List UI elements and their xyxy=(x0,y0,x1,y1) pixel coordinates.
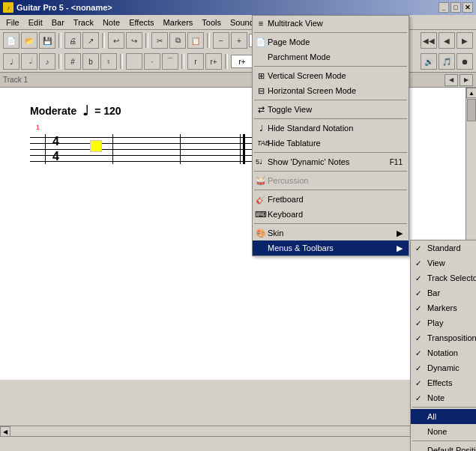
tb2-2[interactable]: 𝅗𝅥 xyxy=(21,53,37,70)
view-multitrack[interactable]: ≡ Multitrack View xyxy=(253,16,409,31)
view-fretboard[interactable]: 🎸 Fretboard xyxy=(253,192,409,207)
rtb2-3[interactable]: ⏺ xyxy=(457,53,473,70)
scroll-up-arrow[interactable]: ▲ xyxy=(466,88,476,98)
tb-play[interactable]: ✓ Play xyxy=(411,315,476,330)
menu-bar[interactable]: Bar xyxy=(47,15,69,29)
paste-btn[interactable]: 📋 xyxy=(187,32,204,49)
check-notation: ✓ xyxy=(415,349,421,357)
copy-btn[interactable]: ⧉ xyxy=(169,32,186,49)
view-menus-toolbars[interactable]: Menus & Toolbars ▶ xyxy=(253,240,409,255)
tb-track-selector[interactable]: ✓ Track Selector xyxy=(411,270,476,285)
time-signature: 4 4 xyxy=(52,134,59,164)
tb-right-3[interactable]: ▶ xyxy=(457,32,473,49)
track-tb-2[interactable]: ▶ xyxy=(460,74,473,86)
menu-markers[interactable]: Markers xyxy=(159,15,198,29)
close-button[interactable]: ✕ xyxy=(463,2,473,13)
status-bar xyxy=(0,436,476,451)
zoom-out-btn[interactable]: − xyxy=(213,32,229,49)
multitrack-icon: ≡ xyxy=(256,18,266,28)
tb2-5[interactable]: b xyxy=(82,53,99,70)
menu-sep-4 xyxy=(254,118,407,119)
view-parchment[interactable]: Parchment Mode xyxy=(253,49,409,64)
menu-sep-1 xyxy=(254,32,407,33)
check-play: ✓ xyxy=(415,319,421,327)
menu-sep-2 xyxy=(254,66,407,67)
track-tb-1[interactable]: ◀ xyxy=(445,74,458,86)
barline-2 xyxy=(180,134,181,164)
tb2-11[interactable]: r+ xyxy=(205,53,222,70)
tb-right-1[interactable]: ◀◀ xyxy=(421,32,437,49)
keyboard-icon: ⌨ xyxy=(256,209,266,220)
tb-notation[interactable]: ✓ Notation xyxy=(411,345,476,360)
rtb2-2[interactable]: 🎵 xyxy=(439,53,455,70)
check-track-selector: ✓ xyxy=(415,274,421,282)
view-dynamic-notes[interactable]: 5♩ Show 'Dynamic' Notes F11 xyxy=(253,154,409,169)
tb-bar[interactable]: ✓ Bar xyxy=(411,285,476,300)
view-hide-notation[interactable]: ♩ Hide Standard Notation xyxy=(253,121,409,136)
tb2-3[interactable]: ♪ xyxy=(39,53,55,70)
toolbars-arrow: ▶ xyxy=(397,243,403,253)
app-title: Guitar Pro 5 - <noname> xyxy=(16,3,112,12)
scroll-thumb[interactable] xyxy=(467,99,476,121)
sep4 xyxy=(207,33,210,48)
zoom-in-btn[interactable]: + xyxy=(231,32,247,49)
tb-dynamic[interactable]: ✓ Dynamic xyxy=(411,360,476,375)
redo-btn[interactable]: ↪ xyxy=(126,32,142,49)
view-hide-tab[interactable]: TAB Hide Tablature xyxy=(253,136,409,151)
rtb2-1[interactable]: 🔊 xyxy=(421,53,437,70)
tb-markers[interactable]: ✓ Markers xyxy=(411,300,476,315)
dynamic-icon: 5♩ xyxy=(256,158,262,166)
view-toggle[interactable]: ⇄ Toggle View xyxy=(253,102,409,117)
horizontal-icon: ⊟ xyxy=(256,85,266,96)
menu-sep-7 xyxy=(254,190,407,190)
print-btn[interactable]: 🖨 xyxy=(64,32,81,49)
check-effects: ✓ xyxy=(415,379,421,387)
tempo-input[interactable] xyxy=(231,55,253,68)
save-btn[interactable]: 💾 xyxy=(39,32,55,49)
tb-right-2[interactable]: ◀ xyxy=(439,32,455,49)
skin-icon: 🎨 xyxy=(256,228,266,238)
page-icon: 📄 xyxy=(256,37,266,47)
tb2-8[interactable]: · xyxy=(144,53,160,70)
tb-transposition[interactable]: ✓ Transposition xyxy=(411,330,476,345)
tb-none[interactable]: None xyxy=(411,424,476,439)
menu-note[interactable]: Note xyxy=(98,15,124,29)
tb2-10[interactable]: r xyxy=(187,53,204,70)
tb2-9[interactable]: ⌒ xyxy=(162,53,178,70)
menu-effects[interactable]: Effects xyxy=(124,15,158,29)
tb-standard[interactable]: ✓ Standard xyxy=(411,240,476,255)
view-keyboard[interactable]: ⌨ Keyboard xyxy=(253,207,409,222)
menu-edit[interactable]: Edit xyxy=(24,15,47,29)
minimize-button[interactable]: _ xyxy=(439,2,449,13)
tb-note[interactable]: ✓ Note xyxy=(411,390,476,405)
menu-file[interactable]: File xyxy=(1,15,24,29)
open-btn[interactable]: 📂 xyxy=(21,32,37,49)
tb-default-position[interactable]: Default Position xyxy=(411,443,476,451)
sep2 xyxy=(102,33,105,48)
sep9 xyxy=(225,54,228,69)
track-label: Track 1 xyxy=(3,76,28,84)
export-btn[interactable]: ↗ xyxy=(82,32,99,49)
view-page[interactable]: 📄 Page Mode xyxy=(253,34,409,49)
maximize-button[interactable]: □ xyxy=(451,2,461,13)
cut-btn[interactable]: ✂ xyxy=(151,32,168,49)
tb-view[interactable]: ✓ View xyxy=(411,255,476,270)
menu-track[interactable]: Track xyxy=(69,15,98,29)
tb2-4[interactable]: # xyxy=(64,53,81,70)
view-horizontal[interactable]: ⊟ Horizontal Screen Mode xyxy=(253,83,409,98)
view-menu-dropdown[interactable]: ≡ Multitrack View 📄 Page Mode Parchment … xyxy=(252,15,409,256)
menu-tools[interactable]: Tools xyxy=(197,15,226,29)
tb2-6[interactable]: ♮ xyxy=(100,53,117,70)
barline-1 xyxy=(112,134,113,164)
undo-btn[interactable]: ↩ xyxy=(108,32,124,49)
tb2-7[interactable]: 𝅺 xyxy=(126,53,142,70)
tb-all[interactable]: All xyxy=(411,409,476,424)
new-btn[interactable]: 📄 xyxy=(3,32,19,49)
scroll-left-arrow[interactable]: ◀ xyxy=(0,426,10,437)
view-skin[interactable]: 🎨 Skin ▶ xyxy=(253,226,409,240)
toolbars-submenu[interactable]: ✓ Standard ✓ View ✓ Track Selector ✓ Bar… xyxy=(410,240,476,451)
tb-effects[interactable]: ✓ Effects xyxy=(411,375,476,390)
tb2-1[interactable]: ♩ xyxy=(3,53,19,70)
view-vertical[interactable]: ⊞ Vertical Screen Mode xyxy=(253,68,409,83)
sep1 xyxy=(58,33,61,48)
